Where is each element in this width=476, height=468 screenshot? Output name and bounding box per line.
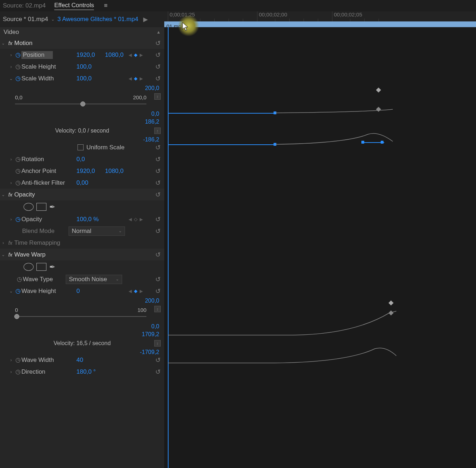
stopwatch-icon[interactable]: ◷	[14, 51, 21, 59]
wave-type-dropdown[interactable]: Smooth Noise⌄	[66, 275, 122, 284]
graph-handle[interactable]	[361, 141, 364, 144]
effect-wave-warp[interactable]: ⌄ fx Wave Warp ↻	[0, 249, 164, 260]
direction-value[interactable]: 180,0 °	[76, 368, 96, 375]
twisty-icon[interactable]: ›	[8, 369, 14, 374]
twisty-icon[interactable]: ⌄	[0, 192, 6, 197]
wave-height-slider[interactable]: 0 100 ↕	[0, 307, 164, 323]
slider-thumb[interactable]	[14, 314, 19, 319]
graph-handle[interactable]	[381, 141, 384, 144]
reset-icon[interactable]: ↻	[155, 356, 161, 364]
twisty-icon[interactable]: ›	[0, 240, 6, 245]
twisty-icon[interactable]: ›	[8, 358, 14, 363]
reset-icon[interactable]: ↻	[155, 75, 161, 83]
reset-icon[interactable]: ↻	[155, 179, 161, 187]
reset-icon[interactable]: ↻	[155, 215, 161, 223]
scale-width-slider[interactable]: 0,0 200,0 ↕	[0, 94, 164, 111]
blend-mode-dropdown[interactable]: Normal⌄	[69, 226, 125, 236]
wave-width-value[interactable]: 40	[76, 357, 83, 364]
reset-icon[interactable]: ↻	[155, 287, 161, 295]
reset-icon[interactable]: ↻	[155, 227, 161, 235]
stopwatch-icon[interactable]: ◷	[14, 155, 21, 163]
graph-expand-icon[interactable]: ↕	[154, 340, 161, 347]
anchor-y[interactable]: 1080,0	[105, 168, 124, 175]
add-keyframe-icon[interactable]: ◆	[134, 76, 137, 81]
twisty-icon[interactable]: ›	[8, 64, 14, 69]
reset-icon[interactable]: ↻	[155, 144, 161, 151]
reset-icon[interactable]: ↻	[155, 63, 161, 71]
graph-expand-icon[interactable]: ↕	[154, 128, 161, 134]
fx-badge-icon[interactable]: fx	[6, 252, 14, 258]
effect-motion[interactable]: ⌄ fx Motion ↻	[0, 37, 164, 49]
graph-expand-icon[interactable]: ↕	[154, 93, 161, 100]
reset-icon[interactable]: ↻	[155, 51, 161, 59]
twisty-icon[interactable]: ⌄	[0, 252, 6, 257]
position-y[interactable]: 1080,0	[105, 51, 124, 59]
graph-expand-icon[interactable]: ↕	[154, 306, 161, 312]
reset-icon[interactable]: ↻	[155, 251, 161, 259]
reset-icon[interactable]: ↻	[155, 39, 161, 47]
reset-icon[interactable]: ↻	[155, 191, 161, 199]
stopwatch-icon[interactable]: ◷	[14, 368, 21, 375]
position-x[interactable]: 1920,0	[76, 51, 95, 59]
reset-icon[interactable]: ↻	[155, 275, 161, 283]
reset-icon[interactable]: ↻	[155, 155, 161, 163]
stopwatch-icon[interactable]: ◷	[14, 63, 21, 70]
twisty-icon[interactable]: ›	[8, 180, 14, 185]
anchor-x[interactable]: 1920,0	[76, 168, 95, 175]
stopwatch-icon[interactable]: ◷	[14, 75, 21, 82]
tab-source[interactable]: Source: 02.mp4	[3, 2, 46, 9]
next-keyframe-icon[interactable]: ▶	[140, 53, 143, 58]
chevron-down-icon[interactable]: ⌄	[51, 17, 55, 22]
reset-icon[interactable]: ↻	[155, 167, 161, 175]
twisty-icon[interactable]: ›	[8, 157, 14, 162]
rectangle-mask-icon[interactable]	[36, 263, 46, 271]
slider-thumb[interactable]	[80, 101, 85, 106]
next-keyframe-icon[interactable]: ▶	[140, 289, 143, 294]
prev-keyframe-icon[interactable]: ◀	[129, 217, 132, 222]
timeline-ruler[interactable]: 0;00;01;25 00;00;02;00 00;00;02;05 01.mp…	[164, 11, 476, 27]
stopwatch-icon[interactable]: ◷	[16, 275, 23, 283]
keyframe-icon[interactable]	[376, 88, 381, 93]
antiflicker-value[interactable]: 0,00	[76, 179, 88, 186]
rectangle-mask-icon[interactable]	[36, 203, 46, 211]
video-section-header[interactable]: Video ▲	[0, 27, 164, 37]
prev-keyframe-icon[interactable]: ◀	[129, 76, 132, 81]
reset-icon[interactable]: ↻	[155, 368, 161, 376]
twisty-icon[interactable]: ⌄	[0, 41, 6, 46]
twisty-icon[interactable]: ⌄	[8, 289, 14, 294]
sequence-clip-name[interactable]: 3 Awesome Glitches * 01.mp4	[57, 16, 138, 23]
stopwatch-icon[interactable]: ◷	[14, 167, 21, 175]
collapse-up-icon[interactable]: ▲	[156, 30, 161, 35]
tab-effect-controls[interactable]: Effect Controls	[54, 2, 94, 10]
scale-width-value[interactable]: 100,0	[76, 75, 92, 82]
panel-menu-icon[interactable]: ≡	[104, 2, 107, 9]
prev-keyframe-icon[interactable]: ◀	[129, 289, 132, 294]
play-only-icon[interactable]: ▶	[143, 16, 148, 23]
uniform-scale-row[interactable]: . Uniform Scale ↻	[0, 141, 164, 153]
keyframe-icon[interactable]	[389, 300, 394, 305]
wave-height-value[interactable]: 0	[76, 288, 80, 295]
checkbox-icon[interactable]	[77, 144, 84, 150]
twisty-icon[interactable]: ›	[8, 53, 14, 58]
scale-height-value[interactable]: 100,0	[76, 63, 92, 70]
prop-label[interactable]: Position	[21, 51, 53, 59]
pen-mask-icon[interactable]: ✒	[49, 203, 55, 211]
fx-badge-icon[interactable]: fx	[6, 40, 14, 46]
add-keyframe-icon[interactable]: ◆	[134, 52, 137, 58]
playhead-line[interactable]	[168, 27, 169, 468]
fx-badge-icon[interactable]: fx	[6, 191, 14, 198]
next-keyframe-icon[interactable]: ▶	[140, 76, 143, 81]
add-keyframe-icon[interactable]: ◇	[134, 216, 137, 222]
opacity-value[interactable]: 100,0 %	[76, 216, 99, 223]
ellipse-mask-icon[interactable]	[24, 203, 34, 211]
rotation-value[interactable]: 0,0	[76, 156, 85, 163]
stopwatch-icon[interactable]: ◷	[14, 356, 21, 364]
source-clip-name[interactable]: Source * 01.mp4	[3, 16, 48, 23]
stopwatch-icon[interactable]: ◷	[14, 215, 21, 223]
twisty-icon[interactable]: ⌄	[8, 76, 14, 81]
next-keyframe-icon[interactable]: ▶	[140, 217, 143, 222]
timeline-track-area[interactable]	[164, 27, 476, 468]
stopwatch-icon[interactable]: ◷	[14, 287, 21, 295]
pen-mask-icon[interactable]: ✒	[49, 263, 55, 271]
fx-badge-icon[interactable]: fx	[6, 240, 14, 246]
